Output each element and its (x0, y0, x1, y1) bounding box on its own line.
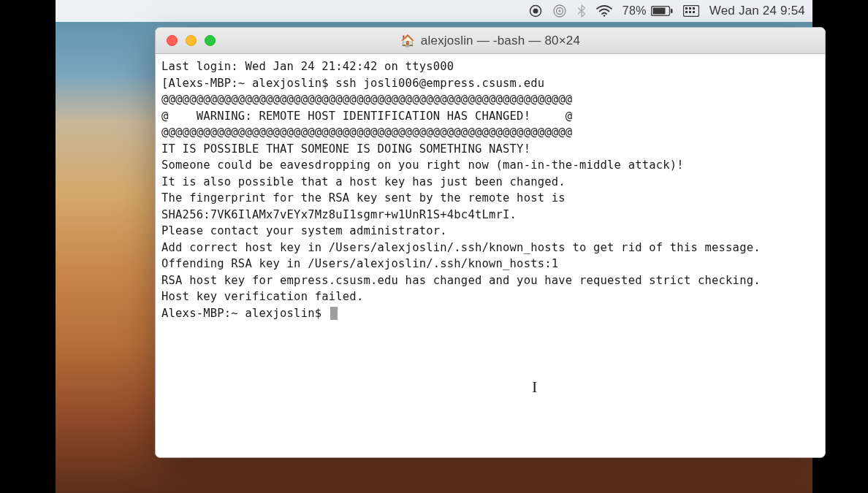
battery-percent: 78% (623, 4, 647, 18)
svg-rect-8 (671, 9, 673, 13)
terminal-cursor (330, 307, 338, 320)
battery-status[interactable]: 78% (623, 4, 673, 18)
record-icon[interactable] (529, 4, 542, 18)
svg-rect-7 (652, 8, 665, 15)
menubar: 78% Wed Jan 24 9:54 (56, 0, 812, 22)
terminal-line: IT IS POSSIBLE THAT SOMEONE IS DOING SOM… (161, 141, 819, 158)
terminal-window[interactable]: 🏠 alexjoslin — -bash — 80×24 Last login:… (155, 27, 826, 458)
target-icon[interactable] (552, 4, 567, 18)
svg-rect-12 (693, 7, 695, 9)
bluetooth-icon[interactable] (577, 4, 586, 18)
svg-point-4 (558, 10, 560, 12)
window-titlebar[interactable]: 🏠 alexjoslin — -bash — 80×24 (156, 28, 825, 54)
traffic-lights (156, 35, 216, 46)
window-title: alexjoslin — -bash — 80×24 (421, 34, 580, 48)
home-icon: 🏠 (400, 34, 415, 47)
terminal-line: [Alexs-MBP:~ alexjoslin$ ssh josli006@em… (161, 75, 819, 92)
close-button[interactable] (167, 35, 178, 46)
terminal-prompt: Alexs-MBP:~ alexjoslin$ (161, 307, 329, 320)
wifi-icon[interactable] (596, 5, 612, 17)
svg-point-1 (533, 9, 538, 14)
terminal-line: Please contact your system administrator… (161, 223, 819, 240)
clock[interactable]: Wed Jan 24 9:54 (709, 4, 805, 18)
zoom-button[interactable] (205, 35, 216, 46)
terminal-line: Last login: Wed Jan 24 21:42:42 on ttys0… (161, 58, 819, 75)
input-source-icon[interactable] (683, 5, 699, 17)
svg-rect-11 (689, 7, 691, 9)
window-title-wrap: 🏠 alexjoslin — -bash — 80×24 (156, 34, 825, 48)
minimize-button[interactable] (186, 35, 197, 46)
text-cursor-icon: I (532, 378, 537, 397)
terminal-line: Someone could be eavesdropping on you ri… (161, 157, 819, 174)
svg-point-5 (604, 15, 606, 17)
terminal-line: @@@@@@@@@@@@@@@@@@@@@@@@@@@@@@@@@@@@@@@@… (161, 124, 819, 141)
terminal-line: Host key verification failed. (161, 288, 819, 305)
terminal-line: Offending RSA key in /Users/alexjoslin/.… (161, 256, 819, 272)
svg-rect-14 (689, 11, 691, 13)
svg-rect-13 (685, 11, 688, 13)
terminal-line: RSA host key for empress.csusm.edu has c… (161, 272, 819, 289)
terminal-line: @ WARNING: REMOTE HOST IDENTIFICATION HA… (161, 108, 819, 125)
svg-rect-15 (693, 11, 695, 13)
terminal-line: The fingerprint for the RSA key sent by … (161, 190, 819, 207)
terminal-prompt-line: Alexs-MBP:~ alexjoslin$ (161, 305, 819, 322)
terminal-line: SHA256:7VK6IlAMx7vEYx7Mz8uI1sgmr+w1UnR1S… (161, 207, 819, 223)
terminal-line: Add correct host key in /Users/alexjosli… (161, 240, 819, 256)
terminal-output[interactable]: Last login: Wed Jan 24 21:42:42 on ttys0… (156, 54, 825, 326)
svg-rect-10 (685, 7, 688, 9)
terminal-line: @@@@@@@@@@@@@@@@@@@@@@@@@@@@@@@@@@@@@@@@… (161, 91, 819, 108)
terminal-line: It is also possible that a host key has … (161, 174, 819, 191)
desktop-background: 78% Wed Jan 24 9:54 🏠 alexjoslin — -bash… (56, 0, 812, 493)
